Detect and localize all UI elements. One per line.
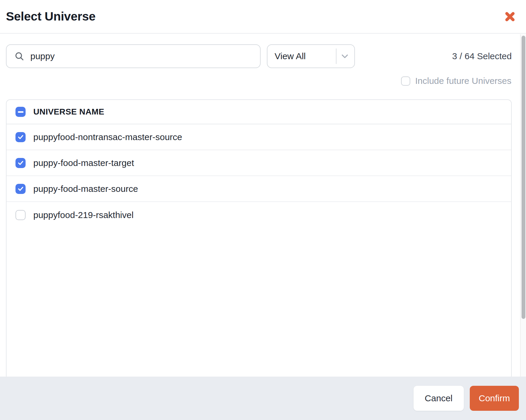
page-title: Select Universe [6,10,96,23]
table-header-row: UNIVERSE NAME [7,100,511,124]
search-input[interactable]: puppy [6,44,261,68]
search-icon [14,51,24,61]
scrollbar-thumb[interactable] [522,36,525,319]
minus-icon [18,111,24,113]
table-row[interactable]: puppy-food-master-target [7,150,511,176]
table-row[interactable]: puppyfood-nontransac-master-source [7,124,511,150]
table-row[interactable]: puppy-food-master-source [7,176,511,202]
cancel-button[interactable]: Cancel [414,386,464,411]
selection-summary: 3 / 64 Selected [452,44,512,68]
modal-footer: Cancel Confirm [0,377,526,420]
modal-header: Select Universe [0,0,526,34]
x-close-icon [504,11,516,22]
include-future-row: Include future Universes [401,76,512,86]
check-icon [17,159,24,166]
dropdown-divider [336,48,336,64]
include-future-label: Include future Universes [415,76,512,86]
row-checkbox[interactable] [15,132,26,142]
confirm-button[interactable]: Confirm [470,386,519,411]
select-all-checkbox[interactable] [15,107,26,117]
check-icon [17,185,24,192]
scrollbar-track[interactable] [520,34,526,377]
check-icon [17,134,24,140]
row-checkbox[interactable] [15,158,26,168]
universe-table: UNIVERSE NAME puppyfood-nontransac-maste… [6,99,512,377]
select-universe-modal: Select Universe puppy View All 3 / 64 Se… [0,0,526,420]
row-checkbox[interactable] [15,210,26,220]
universe-name: puppy-food-master-target [33,158,134,168]
close-button[interactable] [503,10,516,23]
row-checkbox[interactable] [15,184,26,194]
filter-dropdown[interactable]: View All [267,44,355,68]
universe-name: puppy-food-master-source [33,184,138,194]
search-value: puppy [30,51,55,61]
universe-name: puppyfood-219-rsakthivel [33,210,134,220]
chevron-down-icon [340,51,350,61]
universe-name: puppyfood-nontransac-master-source [33,132,182,142]
table-row[interactable]: puppyfood-219-rsakthivel [7,202,511,228]
table-body: puppyfood-nontransac-master-source puppy… [7,124,511,228]
filter-selected-value: View All [275,51,336,61]
column-header-universe-name: UNIVERSE NAME [33,107,104,117]
include-future-checkbox[interactable] [401,76,410,86]
